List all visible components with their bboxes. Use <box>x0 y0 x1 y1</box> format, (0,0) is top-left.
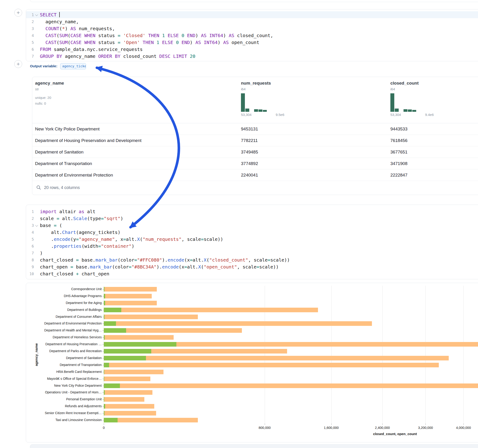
code-token <box>201 40 204 45</box>
code-token: = <box>267 257 270 263</box>
code-token: 0 <box>176 40 179 45</box>
code-token <box>40 33 45 38</box>
x-axis-title: closed_count, open_count <box>291 432 478 436</box>
code-token: , x <box>115 236 123 242</box>
bar-closed-count <box>104 390 152 395</box>
code-token: alt. <box>40 230 62 235</box>
table-cell: Department of Environmental Protection <box>32 173 238 178</box>
code-text: chart_open = base.mark_bar(color="#8BC34… <box>38 263 279 270</box>
code-line[interactable]: 4 CAST(SUM(CASE WHEN status = 'Closed' T… <box>26 32 478 39</box>
table-row[interactable]: New York City Police Department945313194… <box>32 123 478 135</box>
bar-open-count <box>104 315 104 319</box>
code-line[interactable]: 4 alt.Chart(agency_tickets) <box>26 229 478 236</box>
bar-open-count <box>104 301 105 305</box>
code-text: alt.Chart(agency_tickets) <box>38 229 120 236</box>
text-cursor <box>59 12 60 17</box>
code-token <box>159 40 162 45</box>
column-meta-line: unique: 20 <box>35 95 238 100</box>
y-axis-label: Department of Health and Mental Hyg… <box>33 328 102 332</box>
python-code-editor[interactable]: 1import altair as alt2scale = alt.Scale(… <box>26 208 478 277</box>
code-token: Chart <box>62 230 76 235</box>
x-tick-label: 0 <box>103 426 105 429</box>
add-cell-button[interactable]: + <box>14 60 22 68</box>
code-token: COUNT <box>45 26 59 31</box>
code-token: sample_data.nyc.service_requests <box>51 47 143 52</box>
code-line[interactable]: 7GROUP BY agency_name ORDER BY closed_co… <box>26 53 478 60</box>
code-token: encode <box>54 236 70 242</box>
code-line[interactable]: 9chart_open = base.mark_bar(color="#8BC3… <box>26 263 478 270</box>
column-header-num_requests[interactable]: num_requestsi6453,3049.5e6 <box>238 77 388 123</box>
code-token: = <box>123 236 126 242</box>
bar-closed-count <box>104 294 152 299</box>
code-token: num_requests, <box>76 26 115 31</box>
code-token: ORDER <box>98 53 112 59</box>
code-line[interactable]: 6 .properties(width="container") <box>26 243 478 249</box>
sql-code-editor[interactable]: 1SELECT 2 agency_name,3 COUNT(*) AS num_… <box>26 11 478 60</box>
code-token: (x <box>179 264 184 270</box>
y-axis-label: Taxi and Limousine Commission <box>33 418 102 422</box>
code-token: (color <box>118 257 134 263</box>
y-axis-title: agency_name <box>34 343 38 366</box>
code-token: X <box>204 257 207 263</box>
sql-cell[interactable]: 1SELECT 2 agency_name,3 COUNT(*) AS num_… <box>26 9 478 61</box>
code-line[interactable]: 8chart_closed = base.mark_bar(color="#FF… <box>26 256 478 263</box>
code-token <box>173 40 176 45</box>
code-text: CAST(SUM(CASE WHEN status = 'Closed' THE… <box>38 32 273 39</box>
code-line[interactable]: 7) <box>26 249 478 256</box>
code-line[interactable]: 1import altair as alt <box>26 208 478 215</box>
code-line[interactable]: 10chart_closed + chart_open <box>26 270 478 277</box>
column-header-agency_name[interactable]: agency_namestrunique: 20nulls: 0 <box>32 77 238 123</box>
code-line[interactable]: 5 CAST(SUM(CASE WHEN status = 'Open' THE… <box>26 39 478 46</box>
line-number: 2 <box>26 216 34 221</box>
code-line[interactable]: 3base = ( <box>26 222 478 229</box>
bar-open-count <box>104 342 176 347</box>
code-line[interactable]: 1SELECT <box>26 11 478 18</box>
line-gutter: 1 <box>26 210 38 214</box>
add-cell-button[interactable]: + <box>14 9 22 17</box>
code-line[interactable]: 2scale = alt.Scale(type="sqrt") <box>26 215 478 222</box>
fold-chevron-box <box>34 272 38 276</box>
y-axis-label: Department of Transportation <box>33 363 102 367</box>
bar-closed-count <box>104 384 478 388</box>
fold-chevron-icon[interactable] <box>35 13 38 16</box>
python-cell[interactable]: 1import altair as alt2scale = alt.Scale(… <box>26 205 478 279</box>
code-token: base. <box>73 264 90 270</box>
code-token: ( <box>57 40 59 45</box>
table-row[interactable]: Department of Environmental Protection22… <box>32 169 478 181</box>
bar-open-count <box>104 308 121 312</box>
line-number: 6 <box>26 47 34 52</box>
code-line[interactable]: 3 COUNT(*) AS num_requests, <box>26 25 478 32</box>
y-axis-label: Department of Sanitation <box>33 356 102 360</box>
table-row[interactable]: Department of Transportation377489234719… <box>32 158 478 169</box>
fold-chevron-box <box>34 230 38 234</box>
code-line[interactable]: 2 agency_name, <box>26 18 478 25</box>
fold-chevron-icon[interactable] <box>35 224 38 227</box>
bar-closed-count <box>104 404 154 409</box>
line-number: 3 <box>26 223 34 228</box>
bar-chart: 0800,0001,600,0002,400,0003,200,0004,000… <box>26 283 478 442</box>
output-variable-chip[interactable]: agency_tickets <box>60 63 86 69</box>
table-cell: New York City Police Department <box>32 126 238 132</box>
fold-chevron-box <box>34 27 38 31</box>
gridline <box>425 286 426 423</box>
code-line[interactable]: 6FROM sample_data.nyc.service_requests <box>26 46 478 53</box>
code-line[interactable]: 5 .encode(y="agency_name", x=alt.X("num_… <box>26 236 478 243</box>
histogram-bar <box>403 109 408 112</box>
bar-open-count <box>104 287 104 292</box>
table-row[interactable]: Department of Sanitation37494853677651 <box>32 146 478 158</box>
bar-closed-count <box>104 335 174 340</box>
line-number: 3 <box>26 26 34 31</box>
table-row[interactable]: Department of Housing Preservation and D… <box>32 135 478 146</box>
bar-closed-count <box>104 321 372 326</box>
line-gutter: 8 <box>26 258 38 262</box>
code-token: 1 <box>162 33 165 38</box>
table-cell: 9453131 <box>238 126 388 132</box>
x-tick-mark <box>464 423 464 425</box>
search-icon[interactable] <box>36 185 41 190</box>
column-header-closed_count[interactable]: closed_counti6453,3049.4e6 <box>388 77 478 123</box>
code-text: CAST(SUM(CASE WHEN status = 'Open' THEN … <box>38 39 259 46</box>
y-axis-label: DHS Advantage Programs <box>33 294 102 298</box>
x-tick-label: 1,600,000 <box>324 426 339 429</box>
code-token: "agency_name" <box>79 236 115 242</box>
table-cell: 7618456 <box>388 138 478 143</box>
